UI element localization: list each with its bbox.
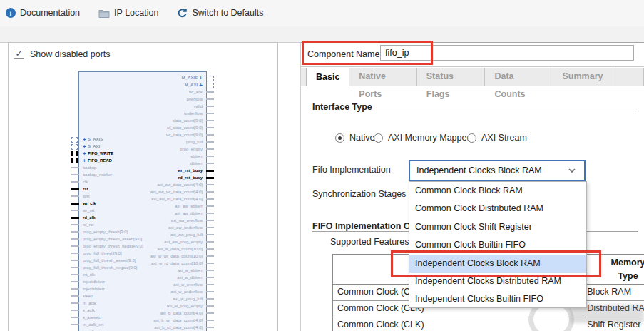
port-axi_aw_dbiterr: axi_aw_dbiterr [150,210,203,217]
port-prog_full_thresh90: prog_full_thresh[9:0] [83,250,143,257]
port-prog_full_thresh_assert90: prog_full_thresh_assert[9:0] [83,257,143,264]
interface-type-rule [312,113,638,113]
diagram-right-ports: M_AXIS +M_AXI +wr_ackoverflowvalidunderf… [150,74,203,331]
port-axi_w_sbiterr: axi_w_sbiterr [150,267,203,274]
port-axi_aw_wr_data_count40: axi_aw_wr_data_count[4:0] [150,188,203,195]
radio-axi-memory-mapped[interactable]: AXI Memory Mapped [374,133,471,143]
port-axi_w_data_count100: axi_w_data_count[10:0] [150,245,203,253]
port-m_aclk_en: m_aclk_en [83,321,143,328]
ip-block-diagram: + S_AXIS+ S_AXI+ FIFO_WRITE+ FIFO_READba… [78,71,207,331]
tab-status-flags[interactable]: Status Flags [417,68,486,86]
port-injectdbiterr: injectdbiterr [83,278,143,285]
port-valid: valid [150,103,203,110]
port-prog_empty: prog_empty [150,146,203,153]
tab-native-ports[interactable]: Native Ports [349,68,416,86]
toolbar-item-label: Documentation [20,8,80,18]
synchronization-stages-label: Synchronization Stages [312,189,406,199]
toolbar-item-label: Switch to Defaults [192,8,263,18]
port-s_axi: + S_AXI [83,143,143,150]
port-backup: backup [83,164,143,171]
toolbar-item-ip-location[interactable]: IP Location [98,8,158,18]
port-prog_empty_thresh_negate90: prog_empty_thresh_negate[9:0] [83,243,143,250]
show-disabled-ports-label: Show disabled ports [30,49,111,59]
radio-button[interactable] [374,133,383,143]
port-backup_marker: backup_marker [83,171,143,178]
port-axi_aw_sbiterr: axi_aw_sbiterr [150,203,203,210]
port-injectsbiterr: injectsbiterr [83,285,143,292]
chevron-down-icon [568,168,576,173]
port-s_axis: + S_AXIS [83,136,143,143]
refresh-icon [177,8,188,19]
dropdown-option[interactable]: Common Clock Shift Register [409,218,586,236]
port-rd_clk: rd_clk [83,214,143,221]
show-disabled-ports-checkbox[interactable]: ✓ [14,49,24,59]
port-axi_w_rd_data_count100: axi_w_rd_data_count[10:0] [150,260,203,267]
port-axi_b_data_count40: axi_b_data_count[4:0] [150,310,203,317]
dropdown-option[interactable]: Common Clock Block RAM [409,182,586,200]
port-s_aclk: s_aclk [83,307,143,314]
port-m_axi: M_AXI + [150,81,203,88]
radio-label: Native [349,133,374,143]
radio-native[interactable]: Native [335,133,374,143]
folder-icon [98,9,110,18]
expand-plus-icon: + [198,82,203,88]
port-axi_b_wr_data_count40: axi_b_wr_data_count[4:0] [150,317,203,324]
expand-plus-icon: + [198,75,203,81]
port-overflow: overflow [150,96,203,103]
info-icon: i [6,8,16,18]
port-int_clk: int_clk [83,271,143,278]
expand-plus-icon: + [83,151,88,157]
dropdown-option[interactable]: Common Clock Distributed RAM [409,200,586,218]
port-axi_aw_prog_empty: axi_aw_prog_empty [150,238,203,245]
radio-button[interactable] [335,133,344,143]
port-axi_w_wr_data_count100: axi_w_wr_data_count[10:0] [150,253,203,260]
ip-symbol-panel: ✓ Show disabled ports + S_AXIS+ S_AXI+ F… [8,42,278,331]
dropdown-option[interactable]: Independent Clocks Builtin FIFO [409,290,586,308]
toolbar-item-switch-to-defaults[interactable]: Switch to Defaults [177,8,263,19]
port-sleep: sleep [83,292,143,300]
port-prog_empty_thresh90: prog_empty_thresh[9:0] [83,228,143,235]
port-prog_full_thresh_negate90: prog_full_thresh_negate[9:0] [83,264,143,271]
port-underflow: underflow [150,110,203,117]
annotation-box-component-name [302,41,433,65]
radio-axi-stream[interactable]: AXI Stream [467,133,527,143]
port-s_aresetn: s_aresetn [83,314,143,321]
fifo-implementation-label: Fifo Implementation [312,165,391,175]
port-axi_w_dbiterr: axi_w_dbiterr [150,274,203,281]
fifo-implementation-select[interactable]: Independent Clocks Block RAM [409,160,586,181]
tab-summary[interactable]: Summary [553,68,613,86]
port-prog_empty_thresh_assert90: prog_empty_thresh_assert[9:0] [83,235,143,243]
port-prog_full: prog_full [150,138,203,146]
toolbar-item-documentation[interactable]: iDocumentation [6,8,80,18]
expand-plus-icon: + [83,136,88,143]
port-axi_aw_prog_full: axi_aw_prog_full [150,231,203,238]
port-axi_w_prog_full: axi_w_prog_full [150,295,203,302]
port-srst: srst [83,193,143,200]
port-fifo_read: + FIFO_READ [83,157,143,164]
port-axi_aw_rd_data_count40: axi_aw_rd_data_count[4:0] [150,195,203,203]
port-rd_rst_busy: rd_rst_busy [150,174,203,181]
port-axi_aw_data_count40: axi_aw_data_count[4:0] [150,181,203,188]
port-rd_data_count90: rd_data_count[9:0] [150,124,203,131]
port-rd_rst: rd_rst [83,221,143,228]
supported-features-label: Supported Features [330,237,409,247]
expand-plus-icon: + [83,143,88,150]
port-axi_w_overflow: axi_w_overflow [150,281,203,288]
port-wr_ack: wr_ack [150,88,203,96]
port-axi_w_underflow: axi_w_underflow [150,288,203,295]
port-wr_rst: wr_rst [83,207,143,214]
port-axi_b_rd_data_count40: axi_b_rd_data_count[4:0] [150,324,203,331]
port-s_aclk_en: s_aclk_en [83,328,143,331]
port-wr_rst_busy: wr_rst_busy [150,167,203,174]
port-axi_w_prog_empty: axi_w_prog_empty [150,302,203,310]
port-axi_aw_underflow: axi_aw_underflow [150,224,203,231]
toolbar-item-label: IP Location [114,8,158,18]
radio-label: AXI Memory Mapped [388,133,471,143]
tab-data-counts[interactable]: Data Counts [485,68,553,86]
port-m_axis: M_AXIS + [150,74,203,81]
port-dbiterr: dbiterr [150,160,203,167]
expand-plus-icon: + [83,158,88,164]
top-toolbar: iDocumentationIP LocationSwitch to Defau… [0,0,644,26]
tab-basic[interactable]: Basic [306,68,349,86]
radio-button[interactable] [467,133,476,143]
